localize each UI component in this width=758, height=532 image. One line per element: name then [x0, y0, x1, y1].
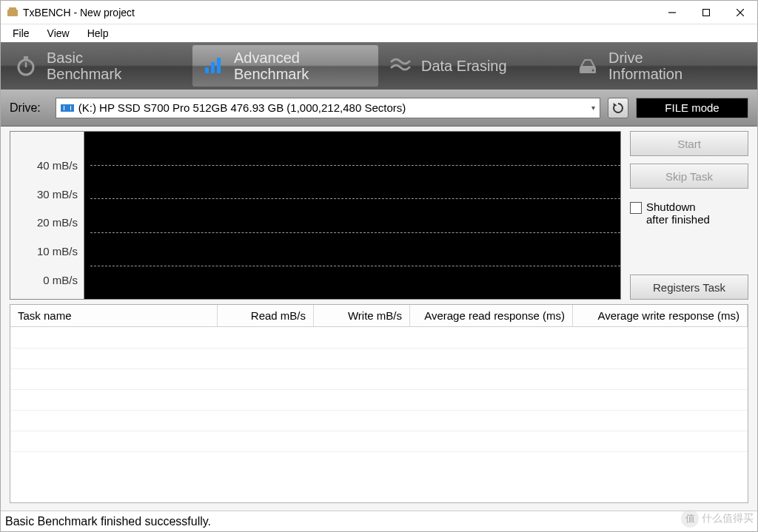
- menubar: File View Help: [1, 24, 757, 42]
- table-body: [10, 327, 748, 502]
- maximize-button[interactable]: [689, 1, 723, 24]
- svg-rect-7: [24, 56, 28, 59]
- gridline: [90, 165, 620, 166]
- refresh-button[interactable]: [608, 98, 628, 118]
- disk-icon: [61, 103, 74, 113]
- gridline: [90, 198, 620, 199]
- col-avg-read-resp[interactable]: Average read response (ms): [410, 305, 573, 326]
- tab-label: Advanced Benchmark: [234, 50, 309, 82]
- tab-basic-benchmark[interactable]: Basic Benchmark: [5, 45, 191, 87]
- tab-label: Data Erasing: [421, 58, 507, 74]
- app-icon: [7, 7, 19, 18]
- col-task-name[interactable]: Task name: [10, 305, 218, 326]
- side-panel: Start Skip Task Shutdown after finished …: [630, 131, 748, 300]
- shutdown-checkbox[interactable]: [630, 202, 642, 214]
- wave-icon: [390, 55, 411, 76]
- tab-data-erasing[interactable]: Data Erasing: [380, 45, 566, 87]
- drive-icon: [577, 55, 598, 76]
- watermark-icon: 值: [681, 510, 699, 528]
- menu-view[interactable]: View: [38, 26, 78, 41]
- gridline: [90, 232, 620, 233]
- chevron-down-icon: ▾: [591, 104, 595, 112]
- ytick: 40 mB/s: [37, 159, 78, 172]
- col-avg-write-resp[interactable]: Average write response (ms): [573, 305, 748, 326]
- tab-label: Drive Information: [608, 50, 682, 82]
- main: 40 mB/s 30 mB/s 20 mB/s 10 mB/s 0 mB/s S…: [1, 127, 757, 511]
- svg-rect-3: [703, 9, 710, 16]
- chart: 40 mB/s 30 mB/s 20 mB/s 10 mB/s 0 mB/s: [10, 131, 621, 300]
- window-title: TxBENCH - New project: [23, 7, 655, 18]
- tabbar: Basic Benchmark Advanced Benchmark Data …: [1, 42, 757, 90]
- skip-task-button[interactable]: Skip Task: [630, 164, 748, 189]
- svg-rect-9: [205, 67, 209, 73]
- gridline: [90, 266, 620, 266]
- col-write[interactable]: Write mB/s: [314, 305, 410, 326]
- stopwatch-icon: [16, 55, 36, 76]
- statusbar: Basic Benchmark finished successfully.: [1, 511, 757, 531]
- svg-rect-17: [70, 106, 71, 110]
- close-button[interactable]: [723, 1, 757, 24]
- file-mode-button[interactable]: FILE mode: [636, 98, 748, 118]
- ytick: 20 mB/s: [37, 216, 78, 229]
- minimize-button[interactable]: [655, 1, 689, 24]
- watermark-text: 什么值得买: [702, 512, 754, 525]
- svg-rect-11: [217, 58, 221, 73]
- svg-point-13: [592, 70, 594, 72]
- tab-label: Basic Benchmark: [47, 50, 121, 82]
- shutdown-checkbox-row[interactable]: Shutdown after finished: [630, 201, 748, 226]
- svg-rect-16: [64, 106, 64, 110]
- svg-rect-1: [9, 7, 16, 10]
- shutdown-label: Shutdown after finished: [646, 201, 710, 226]
- drive-select[interactable]: (K:) HP SSD S700 Pro 512GB 476.93 GB (1,…: [56, 98, 600, 118]
- ytick: 10 mB/s: [37, 245, 78, 257]
- toolbar: Drive: (K:) HP SSD S700 Pro 512GB 476.93…: [1, 90, 757, 127]
- svg-rect-0: [7, 10, 18, 16]
- chart-y-axis: 40 mB/s 30 mB/s 20 mB/s 10 mB/s 0 mB/s: [10, 132, 84, 299]
- chart-plot-area: [84, 132, 620, 299]
- start-button[interactable]: Start: [630, 131, 748, 156]
- titlebar: TxBENCH - New project: [1, 1, 757, 24]
- col-read[interactable]: Read mB/s: [218, 305, 314, 326]
- ytick: 30 mB/s: [37, 188, 78, 201]
- menu-help[interactable]: Help: [78, 26, 118, 41]
- tab-advanced-benchmark[interactable]: Advanced Benchmark: [192, 45, 378, 87]
- drive-label: Drive:: [10, 101, 41, 115]
- watermark: 值 什么值得买: [681, 510, 754, 528]
- table-header: Task name Read mB/s Write mB/s Average r…: [10, 305, 748, 327]
- bar-chart-icon: [203, 55, 224, 76]
- svg-rect-10: [211, 62, 215, 73]
- task-table: Task name Read mB/s Write mB/s Average r…: [10, 304, 748, 503]
- registers-task-button[interactable]: Registers Task: [630, 275, 748, 300]
- drive-select-value: (K:) HP SSD S700 Pro 512GB 476.93 GB (1,…: [78, 101, 591, 114]
- status-text: Basic Benchmark finished successfully.: [5, 515, 211, 528]
- tab-drive-information[interactable]: Drive Information: [567, 45, 753, 87]
- ytick: 0 mB/s: [43, 274, 78, 286]
- menu-file[interactable]: File: [4, 26, 38, 41]
